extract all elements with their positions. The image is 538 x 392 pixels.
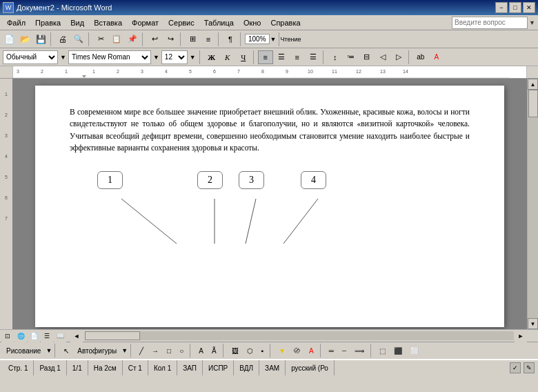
arrow-style-button[interactable]: ⟹ — [351, 344, 368, 357]
page-view-button[interactable]: 📄 — [28, 330, 40, 342]
save-button[interactable]: 💾 — [33, 32, 48, 47]
zoom-control[interactable]: 100% ▼ — [245, 34, 277, 44]
scroll-left-button[interactable]: ◄ — [70, 330, 83, 342]
search-input[interactable] — [452, 17, 528, 29]
table-button[interactable]: ⊞ — [185, 32, 200, 47]
scroll-thumb[interactable] — [528, 90, 538, 117]
horizontal-scroll-track[interactable] — [85, 331, 514, 340]
diagram-button[interactable]: ⬡ — [243, 344, 257, 357]
align-left-button[interactable]: ≡ — [258, 50, 273, 64]
ellipse-tool-button[interactable]: ○ — [176, 344, 187, 357]
3d-button[interactable]: ⬚ — [376, 344, 389, 357]
numbering-button[interactable]: ⊟ — [359, 50, 375, 64]
menu-help[interactable]: Справка — [266, 17, 304, 28]
dash-style-button[interactable]: ┄ — [339, 344, 350, 357]
cut-icon: ✂ — [98, 35, 104, 43]
font-select[interactable]: Times New Roman — [68, 50, 151, 64]
align-right-button[interactable]: ≡ — [290, 50, 305, 64]
menu-edit[interactable]: Правка — [31, 17, 65, 28]
fill-color-button[interactable]: ▼ — [275, 344, 289, 357]
autoshapes-button[interactable]: Автофигуры — [74, 344, 120, 357]
bold-button[interactable]: Ж — [204, 50, 219, 64]
minimize-button[interactable]: − — [495, 2, 508, 13]
table-icon: ⊞ — [190, 35, 196, 43]
decrease-indent-button[interactable]: ◁ — [375, 50, 390, 64]
line-tool-button[interactable]: ╱ — [136, 344, 147, 357]
preview-button[interactable]: 🔍 — [71, 32, 86, 47]
textbox-icon: A — [199, 347, 203, 355]
menu-file[interactable]: Файл — [3, 17, 30, 28]
menu-view[interactable]: Вид — [66, 17, 88, 28]
ruler-left — [0, 66, 12, 78]
vertical-scrollbar[interactable]: ▲ ▼ — [527, 79, 538, 329]
web-view-button[interactable]: 🌐 — [14, 330, 27, 342]
scroll-up-button[interactable]: ▲ — [528, 79, 538, 90]
italic-button[interactable]: К — [220, 50, 235, 64]
svg-text:12: 12 — [356, 69, 361, 74]
bullets-button[interactable]: ≔ — [343, 50, 359, 64]
show-button[interactable]: ¶ — [223, 32, 238, 47]
paste-button[interactable]: 📌 — [125, 32, 140, 47]
underline-button[interactable]: Ч — [236, 50, 251, 64]
print-button[interactable]: 🖨 — [55, 32, 70, 47]
menu-table[interactable]: Таблица — [200, 17, 238, 28]
increase-indent-button[interactable]: ▷ — [391, 50, 406, 64]
font-color-draw-button[interactable]: A — [306, 344, 317, 357]
horizontal-scroll-thumb[interactable] — [85, 331, 140, 340]
svg-text:2: 2 — [5, 112, 8, 117]
scroll-track[interactable] — [528, 90, 538, 318]
font-color-button[interactable]: A — [429, 50, 444, 64]
redo-button[interactable]: ↪ — [163, 32, 178, 47]
menu-insert[interactable]: Вставка — [90, 17, 126, 28]
cut-button[interactable]: ✂ — [93, 32, 108, 47]
rect-tool-button[interactable]: □ — [163, 344, 175, 357]
scroll-down-button[interactable]: ▼ — [528, 318, 538, 329]
send-back-button[interactable]: ⬜ — [407, 344, 422, 357]
size-dropdown-icon[interactable]: ▼ — [190, 54, 196, 61]
line-spacing-button[interactable]: ↕ — [328, 50, 343, 64]
close-button[interactable]: ✕ — [523, 2, 535, 13]
new-button[interactable]: 📄 — [1, 32, 17, 47]
window-controls[interactable]: − □ ✕ — [495, 2, 535, 13]
search-box[interactable]: ▼ — [452, 17, 535, 29]
align-center-button[interactable]: ☰ — [274, 50, 289, 64]
zoom-value[interactable]: 100% — [245, 34, 270, 44]
draw-label-button[interactable]: Рисование — [3, 344, 44, 357]
copy-button[interactable]: 📋 — [109, 32, 124, 47]
align-justify-button[interactable]: ☰ — [306, 50, 321, 64]
scroll-right-button[interactable]: ► — [515, 330, 527, 342]
menu-format[interactable]: Формат — [128, 17, 163, 28]
font-dropdown-icon[interactable]: ▼ — [153, 54, 159, 61]
line-color-button[interactable]: 〄 — [290, 344, 304, 357]
draw-sep-1 — [54, 344, 57, 357]
style-select[interactable]: Обычный — [3, 50, 58, 64]
line-style-button[interactable]: ═ — [326, 344, 337, 357]
zoom-dropdown-icon[interactable]: ▼ — [270, 36, 277, 43]
wordart-button[interactable]: Ã — [208, 344, 220, 357]
search-dropdown-icon[interactable]: ▼ — [529, 19, 535, 26]
columns-button[interactable]: ≡ — [201, 32, 216, 47]
outline-view-button[interactable]: ☰ — [41, 330, 53, 342]
menu-window[interactable]: Окно — [239, 17, 266, 28]
draw-dropdown-icon[interactable]: ▼ — [46, 347, 52, 354]
reading-view-button[interactable]: 📖 — [54, 330, 66, 342]
arrow-tool-button[interactable]: → — [148, 344, 162, 357]
open-button[interactable]: 📂 — [17, 32, 32, 47]
highlight-button[interactable]: ab — [413, 50, 428, 64]
undo-button[interactable]: ↩ — [147, 32, 162, 47]
autoshapes-dropdown-icon[interactable]: ▼ — [121, 347, 128, 354]
reading-mode-button[interactable]: Чтение — [283, 32, 299, 47]
clipart-button[interactable]: 🖼 — [228, 344, 242, 357]
style-dropdown-icon[interactable]: ▼ — [60, 54, 66, 61]
maximize-button[interactable]: □ — [509, 2, 521, 13]
menu-tools[interactable]: Сервис — [164, 17, 199, 28]
fmt-separator-1 — [199, 50, 202, 64]
select-tool-button[interactable]: ↖ — [60, 344, 72, 357]
draw-sep-4 — [223, 344, 226, 357]
font-size-select[interactable]: 12 — [161, 50, 188, 64]
line-style-icon: ═ — [329, 347, 334, 355]
textbox-button[interactable]: A — [195, 344, 207, 357]
normal-view-button[interactable]: ⊡ — [1, 330, 14, 342]
bring-front-button[interactable]: ⬛ — [390, 344, 406, 357]
shadow-button[interactable]: ▪ — [258, 344, 268, 357]
